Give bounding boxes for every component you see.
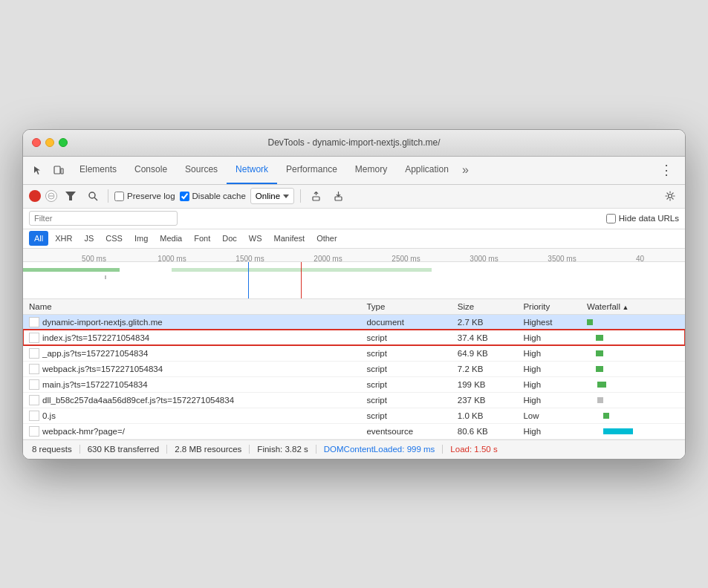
type-filter-all[interactable]: All bbox=[29, 231, 48, 246]
tab-elements[interactable]: Elements bbox=[71, 157, 126, 184]
tab-performance[interactable]: Performance bbox=[277, 157, 346, 184]
separator-1 bbox=[108, 189, 108, 203]
header-size[interactable]: Size bbox=[452, 299, 518, 315]
tab-memory[interactable]: Memory bbox=[346, 157, 396, 184]
type-filter-doc[interactable]: Doc bbox=[217, 231, 242, 246]
type-filter-ws[interactable]: WS bbox=[244, 231, 267, 246]
type-filter-img[interactable]: Img bbox=[129, 231, 153, 246]
file-type: eventsource bbox=[360, 423, 451, 439]
devtools-body: Elements Console Sources Network Perform… bbox=[23, 157, 685, 459]
tab-sources[interactable]: Sources bbox=[176, 157, 227, 184]
load-time: Load: 1.50 s bbox=[443, 445, 504, 454]
file-priority: Highest bbox=[517, 314, 581, 330]
file-size: 7.2 KB bbox=[452, 361, 518, 376]
timeline-ruler: 500 ms 1000 ms 1500 ms 2000 ms 2500 ms 3… bbox=[23, 249, 685, 262]
file-priority: High bbox=[517, 345, 581, 361]
load-line bbox=[301, 262, 302, 299]
type-filter-font[interactable]: Font bbox=[189, 231, 215, 246]
svg-point-11 bbox=[669, 195, 672, 198]
waterfall-cell bbox=[581, 423, 685, 439]
file-size: 1.0 KB bbox=[452, 408, 518, 423]
settings-icon[interactable] bbox=[661, 187, 679, 205]
status-bar: 8 requests 630 KB transferred 2.8 MB res… bbox=[23, 440, 685, 459]
svg-rect-7 bbox=[313, 197, 319, 200]
waterfall-cell bbox=[581, 361, 685, 376]
transferred-size: 630 KB transferred bbox=[80, 445, 168, 454]
file-icon bbox=[29, 411, 39, 421]
type-filter-xhr[interactable]: XHR bbox=[50, 231, 77, 246]
header-name[interactable]: Name bbox=[23, 299, 360, 315]
svg-line-6 bbox=[94, 197, 97, 200]
table-row[interactable]: dll_b58c257da4aa56d89cef.js?ts=157227105… bbox=[23, 392, 685, 408]
titlebar: DevTools - dynamic-import-nextjs.glitch.… bbox=[23, 130, 685, 157]
network-table[interactable]: Name Type Size Priority Waterfall dynami… bbox=[23, 299, 685, 440]
type-filter-css[interactable]: CSS bbox=[100, 231, 128, 246]
more-tabs-button[interactable]: » bbox=[458, 163, 473, 177]
table-row[interactable]: 0.jsscript1.0 KBLow bbox=[23, 408, 685, 423]
top-toolbar: Elements Console Sources Network Perform… bbox=[23, 157, 685, 185]
header-waterfall[interactable]: Waterfall bbox=[581, 299, 685, 315]
finish-time: Finish: 3.82 s bbox=[250, 445, 316, 454]
table-row[interactable]: dynamic-import-nextjs.glitch.medocument2… bbox=[23, 314, 685, 330]
file-name: main.js?ts=1572271054834 bbox=[42, 380, 148, 389]
waterfall-cell bbox=[581, 314, 685, 330]
hide-data-urls-checkbox[interactable]: Hide data URLs bbox=[606, 214, 679, 223]
record-button[interactable] bbox=[29, 190, 41, 202]
table-row[interactable]: webpack.js?ts=1572271054834script7.2 KBH… bbox=[23, 361, 685, 376]
type-filter-manifest[interactable]: Manifest bbox=[269, 231, 311, 246]
requests-table: Name Type Size Priority Waterfall dynami… bbox=[23, 299, 685, 440]
upload-icon[interactable] bbox=[307, 187, 325, 205]
device-toggle-icon[interactable] bbox=[50, 161, 68, 179]
dom-content-loaded-line bbox=[248, 262, 249, 299]
close-button[interactable] bbox=[32, 138, 41, 147]
kebab-menu-button[interactable]: ⋮ bbox=[654, 163, 679, 177]
waterfall-cell bbox=[581, 330, 685, 345]
file-name: _app.js?ts=1572271054834 bbox=[42, 349, 148, 358]
table-row[interactable]: webpack-hmr?page=/eventsource80.6 KBHigh bbox=[23, 423, 685, 439]
file-size: 237 KB bbox=[452, 392, 518, 408]
resources-size: 2.8 MB resources bbox=[167, 445, 250, 454]
tl-bar-2 bbox=[105, 275, 106, 279]
file-priority: High bbox=[517, 376, 581, 392]
type-filter-other[interactable]: Other bbox=[311, 231, 342, 246]
search-icon[interactable] bbox=[84, 187, 102, 205]
tab-application[interactable]: Application bbox=[396, 157, 458, 184]
stop-button[interactable] bbox=[45, 190, 57, 202]
header-type[interactable]: Type bbox=[360, 299, 451, 315]
svg-rect-9 bbox=[335, 197, 342, 200]
file-priority: High bbox=[517, 392, 581, 408]
file-type: script bbox=[360, 345, 451, 361]
type-filter-media[interactable]: Media bbox=[155, 231, 187, 246]
filter-input[interactable] bbox=[29, 211, 178, 226]
file-size: 37.4 KB bbox=[452, 330, 518, 345]
tl-bar-1 bbox=[23, 268, 120, 272]
network-toolbar: Preserve log Disable cache Online bbox=[23, 185, 685, 209]
file-type: script bbox=[360, 361, 451, 376]
table-row[interactable]: index.js?ts=1572271054834script37.4 KBHi… bbox=[23, 330, 685, 345]
preserve-log-checkbox[interactable]: Preserve log bbox=[114, 192, 175, 201]
header-priority[interactable]: Priority bbox=[517, 299, 581, 315]
table-row[interactable]: main.js?ts=1572271054834script199 KBHigh bbox=[23, 376, 685, 392]
file-type: script bbox=[360, 392, 451, 408]
type-filter-js[interactable]: JS bbox=[79, 231, 99, 246]
file-icon bbox=[29, 395, 39, 405]
disable-cache-checkbox[interactable]: Disable cache bbox=[180, 192, 246, 201]
cursor-icon[interactable] bbox=[29, 161, 47, 179]
separator-2 bbox=[300, 189, 301, 203]
table-header-row: Name Type Size Priority Waterfall bbox=[23, 299, 685, 315]
table-row[interactable]: _app.js?ts=1572271054834script64.9 KBHig… bbox=[23, 345, 685, 361]
maximize-button[interactable] bbox=[59, 138, 68, 147]
throttle-select[interactable]: Online bbox=[250, 188, 294, 204]
file-name: 0.js bbox=[42, 411, 56, 420]
minimize-button[interactable] bbox=[45, 138, 54, 147]
filter-icon[interactable] bbox=[62, 187, 79, 205]
file-type: script bbox=[360, 330, 451, 345]
file-size: 80.6 KB bbox=[452, 423, 518, 439]
tab-console[interactable]: Console bbox=[126, 157, 176, 184]
file-priority: High bbox=[517, 361, 581, 376]
svg-point-5 bbox=[89, 192, 95, 198]
tab-network[interactable]: Network bbox=[227, 157, 277, 184]
file-type: document bbox=[360, 314, 451, 330]
filter-bar: Hide data URLs bbox=[23, 209, 685, 229]
download-icon[interactable] bbox=[329, 187, 347, 205]
